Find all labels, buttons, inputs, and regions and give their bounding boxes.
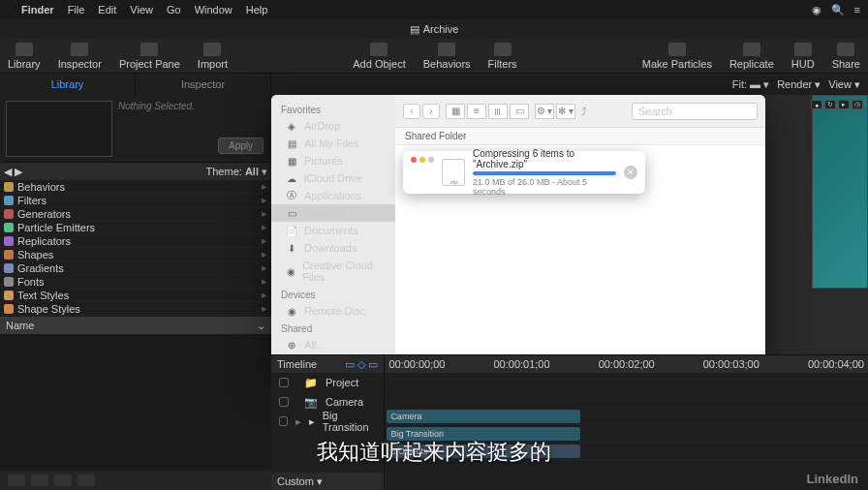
finder-sidebar: Favorites ◈AirDrop▤All My Files▦Pictures… bbox=[271, 95, 395, 376]
timeline-label: Timeline bbox=[277, 358, 317, 370]
menu-file[interactable]: File bbox=[68, 4, 85, 15]
clip-camera[interactable]: Camera bbox=[387, 410, 580, 423]
loop-icon[interactable]: ↻ bbox=[824, 100, 836, 109]
sort-icon[interactable]: ⌄ bbox=[257, 320, 265, 332]
nav-back-icon[interactable]: ◀ ▶ bbox=[4, 166, 22, 178]
tab-inspector[interactable]: Inspector bbox=[136, 74, 271, 95]
cancel-compress-button[interactable]: ✕ bbox=[624, 166, 637, 179]
column-view-button[interactable]: ⫼ bbox=[488, 104, 508, 119]
toggle-icon[interactable]: ◉ bbox=[812, 4, 822, 16]
linkedin-branding: LinkedIn bbox=[807, 472, 858, 486]
sidebar-all-my-files[interactable]: ▤All My Files bbox=[271, 135, 395, 152]
app-name[interactable]: Finder bbox=[21, 4, 54, 15]
sidebar-desktop[interactable]: ▭Desktop bbox=[271, 204, 395, 222]
category-list[interactable]: Behaviors▸Filters▸Generators▸Particle Em… bbox=[0, 180, 271, 317]
record-icon[interactable]: ● bbox=[811, 100, 822, 109]
preview-thumbnail bbox=[6, 101, 112, 157]
sidebar-all[interactable]: ⊕All... bbox=[271, 336, 395, 353]
filters-button[interactable]: Filters bbox=[488, 43, 517, 70]
menu-icon[interactable]: ≡ bbox=[854, 4, 860, 15]
timeline-ruler[interactable]: 00:00:00;0000:00:01;0000:00:02;0000:00:0… bbox=[385, 355, 868, 373]
menu-edit[interactable]: Edit bbox=[98, 4, 116, 15]
forward-button[interactable]: › bbox=[422, 104, 440, 119]
sidebar-applications[interactable]: ⒶApplications bbox=[271, 187, 395, 204]
clock-icon[interactable]: ◷ bbox=[852, 100, 863, 109]
replicate-button[interactable]: Replicate bbox=[729, 43, 774, 70]
name-header[interactable]: Name⌄ bbox=[0, 317, 271, 334]
tab-library[interactable]: Library bbox=[0, 74, 136, 95]
inspector-preview: Nothing Selected. Apply bbox=[0, 95, 271, 163]
sidebar-remote-disc[interactable]: ◉Remote Disc bbox=[271, 302, 395, 320]
category-gradients[interactable]: Gradients▸ bbox=[0, 261, 271, 275]
devices-section: Devices bbox=[271, 286, 395, 302]
arrange-button[interactable]: ⚙ ▾ bbox=[535, 104, 554, 119]
library-content bbox=[0, 334, 271, 471]
search-icon[interactable]: 🔍 bbox=[831, 4, 845, 16]
list-view-button[interactable]: ≡ bbox=[467, 104, 486, 119]
icon-view-button[interactable]: ▦ bbox=[446, 104, 465, 119]
add-object-button[interactable]: Add Object bbox=[353, 43, 405, 70]
gallery-view-button[interactable]: ▭ bbox=[510, 104, 529, 119]
compress-status: 21.0 MB of 26.0 MB - About 5 seconds bbox=[473, 177, 616, 197]
disc-icon: ◉ bbox=[285, 305, 298, 317]
apply-button[interactable]: Apply bbox=[218, 138, 264, 154]
menu-view[interactable]: View bbox=[130, 4, 153, 15]
finder-body[interactable]: .zip Compressing 6 items to "Archive.zip… bbox=[395, 145, 765, 376]
category-behaviors[interactable]: Behaviors▸ bbox=[0, 180, 271, 194]
compress-dialog: .zip Compressing 6 items to "Archive.zip… bbox=[403, 151, 645, 194]
sidebar-pictures[interactable]: ▦Pictures bbox=[271, 152, 395, 169]
sidebar-airdrop[interactable]: ◈AirDrop bbox=[271, 117, 395, 135]
sidebar-icloud-drive[interactable]: ☁iCloud Drive bbox=[271, 169, 395, 187]
timeline-item-camera[interactable]: 📷Camera bbox=[271, 392, 384, 412]
sidebar-downloads[interactable]: ⬇Downloads bbox=[271, 239, 395, 257]
app-toolbar: Library Inspector Project Pane Import Ad… bbox=[0, 39, 868, 74]
menu-window[interactable]: Window bbox=[195, 4, 232, 15]
library-button[interactable]: Library bbox=[8, 43, 41, 70]
menu-go[interactable]: Go bbox=[167, 4, 181, 15]
category-filters[interactable]: Filters▸ bbox=[0, 194, 271, 207]
inspector-button[interactable]: Inspector bbox=[58, 43, 102, 70]
share-button[interactable]: Share bbox=[832, 43, 860, 70]
search-input[interactable]: Search bbox=[632, 103, 758, 120]
category-replicators[interactable]: Replicators▸ bbox=[0, 234, 271, 248]
import-button[interactable]: Import bbox=[198, 43, 228, 70]
hud-button[interactable]: HUD bbox=[791, 43, 815, 70]
project-pane-button[interactable]: Project Pane bbox=[119, 43, 180, 70]
tl-icon3[interactable]: ▭ bbox=[368, 358, 378, 370]
share-finder-button[interactable]: ⤴ bbox=[581, 106, 587, 117]
step-icon[interactable]: ▸ bbox=[838, 100, 850, 109]
menubar: Finder File Edit View Go Window Help ◉ 🔍… bbox=[0, 0, 868, 19]
category-particle-emitters[interactable]: Particle Emitters▸ bbox=[0, 221, 271, 234]
zip-icon: .zip bbox=[442, 159, 465, 186]
custom-dropdown[interactable]: Custom ▾ bbox=[277, 475, 323, 488]
center-panel: Fit: ▬ ▾ Render ▾ View ▾ ● ↻ ▸ ◷ Favorit… bbox=[271, 74, 868, 490]
favorites-section: Favorites bbox=[271, 101, 395, 117]
sidebar-documents[interactable]: 📄Documents bbox=[271, 222, 395, 239]
finder-toolbar: ‹› ▦ ≡ ⫼ ▭ ⚙ ▾ ✻ ▾ ⤴ Search bbox=[395, 95, 765, 128]
fit-dropdown[interactable]: Fit: ▬ ▾ bbox=[732, 78, 769, 91]
timeline-item-big-transition[interactable]: ▸▸Big Transition bbox=[271, 412, 384, 431]
category-text-styles[interactable]: Text Styles▸ bbox=[0, 289, 271, 302]
tl-icon2[interactable]: ◇ bbox=[357, 358, 365, 370]
canvas-preview: ● ↻ ▸ ◷ bbox=[812, 95, 868, 289]
compress-title: Compressing 6 items to "Archive.zip" bbox=[473, 148, 616, 169]
tl-icon1[interactable]: ▭ bbox=[345, 358, 355, 370]
render-dropdown[interactable]: Render ▾ bbox=[777, 78, 821, 91]
menu-help[interactable]: Help bbox=[246, 4, 268, 15]
make-particles-button[interactable]: Make Particles bbox=[642, 43, 712, 70]
back-button[interactable]: ‹ bbox=[403, 104, 420, 119]
category-shapes[interactable]: Shapes▸ bbox=[0, 248, 271, 261]
nothing-selected-label: Nothing Selected. bbox=[118, 101, 195, 156]
doc-icon: ▤ bbox=[410, 23, 419, 36]
view-dropdown[interactable]: View ▾ bbox=[828, 78, 860, 91]
action-button[interactable]: ✻ ▾ bbox=[556, 104, 575, 119]
timeline-tracks[interactable]: Camera Big Transition 3 Objects bbox=[385, 373, 868, 490]
shared-section: Shared bbox=[271, 320, 395, 336]
behaviors-button[interactable]: Behaviors bbox=[423, 43, 471, 70]
sidebar-creative-cloud-files[interactable]: ◉Creative Cloud Files bbox=[271, 257, 395, 286]
timeline-item-project[interactable]: 📁Project bbox=[271, 373, 384, 392]
category-fonts[interactable]: Fonts▸ bbox=[0, 275, 271, 289]
category-generators[interactable]: Generators▸ bbox=[0, 207, 271, 221]
timeline-panel: Timeline ▭ ◇ ▭ 📁Project📷Camera▸▸Big Tran… bbox=[271, 354, 868, 490]
category-shape-styles[interactable]: Shape Styles▸ bbox=[0, 302, 271, 316]
